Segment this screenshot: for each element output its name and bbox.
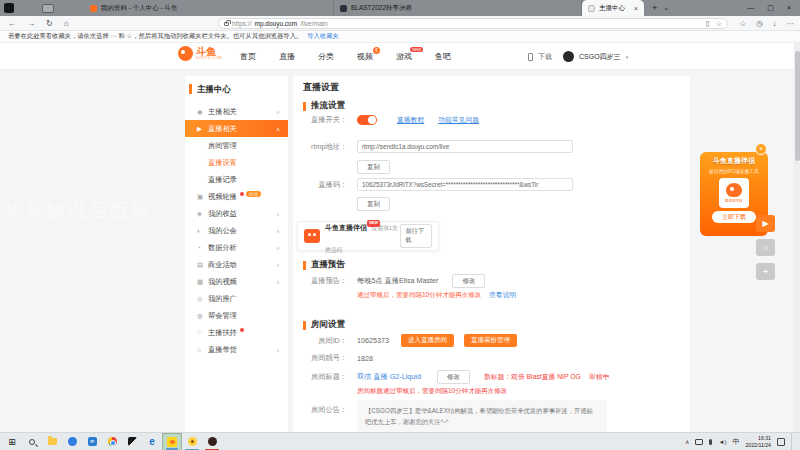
- sidebar-item-room-management[interactable]: 房间管理: [185, 137, 288, 154]
- yellow-app-button[interactable]: [182, 433, 202, 450]
- more-menu-icon[interactable]: ⋯: [787, 19, 795, 28]
- display-icon[interactable]: [695, 439, 703, 445]
- nav-categories[interactable]: 分类: [318, 51, 334, 62]
- taskbar-clock[interactable]: 16:31 2022/11/24: [745, 435, 771, 449]
- reader-mode-icon[interactable]: ▯: [706, 20, 710, 28]
- user-avatar[interactable]: [563, 51, 574, 62]
- import-favorites-link[interactable]: 导入收藏夹: [307, 32, 338, 41]
- sidebar-item-live-records[interactable]: 直播记录: [185, 171, 288, 188]
- tab-search-icon[interactable]: ⌄: [663, 0, 669, 16]
- chevron-up-icon[interactable]: ∧: [276, 279, 280, 285]
- stream-code-input[interactable]: 10625373rJdRlTX?wsSecret=***************…: [357, 178, 573, 191]
- sidebar-item-anchor-support[interactable]: ♡ 主播扶持: [185, 324, 288, 341]
- folder-icon: [48, 438, 57, 445]
- microphone-icon[interactable]: [709, 439, 712, 445]
- banner-close-icon[interactable]: ×: [755, 143, 767, 155]
- sidebar-item-live-commerce[interactable]: ⌂ 直播带货 ∧: [185, 341, 288, 358]
- browser-tab-blast[interactable]: BLAST2022秋季决赛: [334, 0, 582, 16]
- preview-note-text: 通过审核后，需要间隔10分钟才能再次修改: [357, 291, 481, 298]
- home-icon[interactable]: ⌂: [64, 19, 69, 28]
- sidebar-item-data-analysis[interactable]: ◔ 数据分析 ∧: [185, 239, 288, 256]
- douyu-companion-button[interactable]: [162, 433, 182, 450]
- nav-live[interactable]: 直播: [279, 51, 295, 62]
- maximize-button[interactable]: ▢: [767, 4, 774, 12]
- quick-live-button[interactable]: ▶: [756, 215, 775, 232]
- ime-indicator[interactable]: 中: [732, 437, 739, 447]
- decorate-manage-button[interactable]: 直播装扮管理: [464, 334, 517, 347]
- controller-button[interactable]: +: [756, 263, 775, 280]
- username[interactable]: CSGO四岁三: [579, 52, 621, 62]
- chevron-up-icon[interactable]: ∧: [276, 347, 280, 353]
- tab-close-icon[interactable]: ×: [634, 5, 638, 12]
- live-switch-toggle[interactable]: [357, 115, 377, 125]
- modify-preview-button[interactable]: 修改: [452, 274, 485, 288]
- sidebar-item-my-promotion[interactable]: ◎ 我的推广: [185, 290, 288, 307]
- copy-code-button[interactable]: 复制: [357, 197, 390, 211]
- companion-download-button[interactable]: 前往下载: [400, 224, 432, 248]
- sidebar-item-live-settings[interactable]: 直播设置: [185, 154, 288, 171]
- favorite-star-icon[interactable]: ☆: [716, 20, 722, 28]
- banner-download-button[interactable]: 立即下载: [712, 211, 756, 223]
- chevron-up-icon[interactable]: ∧: [276, 211, 280, 217]
- dark-app-button[interactable]: [122, 433, 142, 450]
- dark-red-app-button[interactable]: [202, 433, 222, 450]
- show-desktop-button[interactable]: [791, 433, 794, 450]
- sidebar-item-anchor-related[interactable]: ◉ 主播相关 ∧: [185, 103, 288, 120]
- enter-room-button[interactable]: 进入直播房间: [401, 334, 454, 347]
- speaker-icon[interactable]: ◄): [718, 439, 726, 445]
- history-icon[interactable]: ◷: [756, 19, 763, 28]
- tray-chevron-icon[interactable]: ∧: [685, 438, 689, 445]
- browser-tab-active[interactable]: 主播中心 ×: [582, 0, 644, 16]
- faq-link[interactable]: 功能常见问题: [438, 115, 479, 125]
- edge-button[interactable]: e: [142, 433, 162, 450]
- new-tab-button[interactable]: +: [652, 0, 657, 16]
- refresh-icon[interactable]: ↻: [46, 19, 53, 28]
- chevron-up-icon[interactable]: ∧: [276, 245, 280, 251]
- search-button[interactable]: [22, 433, 42, 450]
- chevron-up-icon[interactable]: ∧: [276, 126, 280, 132]
- forward-icon[interactable]: →: [27, 19, 35, 28]
- close-button[interactable]: ×: [787, 4, 791, 12]
- page-scrollbar[interactable]: [794, 43, 800, 432]
- start-button[interactable]: ⊞: [2, 433, 22, 450]
- sidebar-item-business-activities[interactable]: ▤ 商业活动 ∧: [185, 256, 288, 273]
- new-badge: NEW: [367, 220, 380, 226]
- back-icon[interactable]: ←: [8, 19, 16, 28]
- sidebar-item-video-carousel[interactable]: ▣ 视频轮播 活动: [185, 188, 288, 205]
- download-link[interactable]: 下载: [538, 52, 552, 62]
- sidebar-item-my-earnings[interactable]: ◈ 我的收益 ∧: [185, 205, 288, 222]
- rtmp-input[interactable]: rtmp://sendtc1a.douyu.com/live: [357, 140, 573, 153]
- chrome-button[interactable]: [102, 433, 122, 450]
- favorites-icon[interactable]: ☆: [739, 19, 746, 28]
- nav-home[interactable]: 首页: [240, 51, 256, 62]
- live-tutorial-link[interactable]: 直播教程: [397, 115, 424, 125]
- address-bar[interactable]: https://mp.douyu.com/live/main ▯ ☆: [218, 18, 728, 29]
- browser-app-icon[interactable]: [4, 3, 14, 13]
- modify-title-button[interactable]: 修改: [437, 370, 470, 384]
- vertical-tabs-icon[interactable]: [42, 4, 54, 13]
- sidebar-item-my-guild[interactable]: ◐ 我的公会 ∧: [185, 222, 288, 239]
- minimize-button[interactable]: —: [747, 4, 754, 12]
- mail-app-button[interactable]: ✉: [82, 433, 102, 450]
- douyu-logo[interactable]: 斗鱼 DOUYU.COM: [178, 46, 222, 61]
- chevron-up-icon[interactable]: ∧: [276, 262, 280, 268]
- chevron-up-icon[interactable]: ∧: [276, 109, 280, 115]
- chevron-down-icon[interactable]: ▾: [626, 54, 629, 60]
- room-notice-box[interactable]: 【CSGO四岁三】爱华&ALEX结构解说，希望能给您带来优质的赛事评述，开通贴吧…: [357, 400, 607, 432]
- downloads-icon[interactable]: ↓: [773, 19, 777, 28]
- action-center-icon[interactable]: [777, 438, 785, 446]
- back-home-button[interactable]: ⌂: [756, 239, 775, 256]
- sidebar-item-my-videos[interactable]: ▦ 我的视频 ∧: [185, 273, 288, 290]
- nav-yuba[interactable]: 鱼吧: [435, 51, 451, 62]
- sidebar-item-live-related[interactable]: ▶ 直播相关 ∧: [185, 120, 288, 137]
- blue-app-button[interactable]: [62, 433, 82, 450]
- browser-tab-profile[interactable]: 我的资料 - 个人中心 - 斗鱼: [84, 0, 334, 16]
- scrollbar-thumb[interactable]: [795, 51, 800, 161]
- nav-game[interactable]: 游戏NEW: [396, 51, 412, 62]
- chevron-up-icon[interactable]: ∧: [276, 228, 280, 234]
- file-explorer-button[interactable]: [42, 433, 62, 450]
- view-details-link[interactable]: 查看说明: [489, 291, 516, 298]
- nav-video[interactable]: 视频6: [357, 51, 373, 62]
- sidebar-item-guild-management[interactable]: ◍ 帮会管理: [185, 307, 288, 324]
- copy-rtmp-button[interactable]: 复制: [357, 160, 390, 174]
